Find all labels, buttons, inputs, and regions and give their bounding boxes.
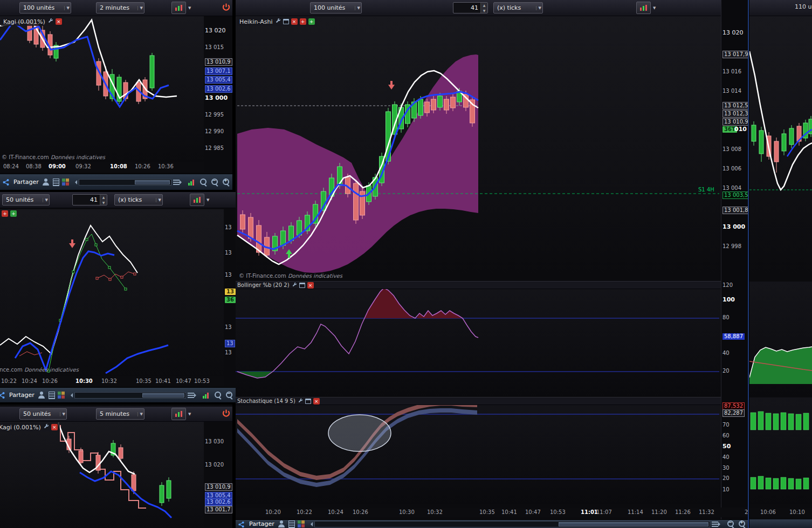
scroll-left-icon[interactable] [73,180,77,184]
timeframe-dropdown[interactable]: 5 minutes ▼ [96,408,144,420]
chevron-down-icon[interactable]: ▼ [653,6,656,10]
auto-fit-icon[interactable] [188,178,196,186]
scroll-right-icon[interactable] [194,393,198,397]
scrollbar-track[interactable] [79,179,171,186]
chart-style-button[interactable] [190,194,204,206]
add-sell-icon[interactable]: + [2,210,8,217]
scrollbar-thumb[interactable] [135,180,170,184]
kagi-chart[interactable] [0,422,204,528]
zoom-out-icon[interactable]: − [225,391,233,399]
auto-fit-icon[interactable] [202,391,211,399]
zoom-out-icon[interactable]: − [726,520,735,528]
window-icon[interactable] [305,399,311,404]
close-icon[interactable]: × [307,282,314,289]
share-button[interactable]: Partager [249,520,274,527]
share-icon[interactable] [0,391,6,399]
chevron-down-icon[interactable]: ▼ [188,6,191,10]
scrollbar-menu-icon[interactable] [188,393,194,398]
share-icon[interactable] [2,178,11,186]
horizontal-scrollbar[interactable] [73,179,184,186]
share-icon[interactable] [238,520,246,528]
add-buy-icon[interactable]: + [10,210,17,217]
ticks-chart[interactable] [0,209,224,376]
disclaimer-text: Données indicatives [51,154,105,160]
close-icon[interactable]: × [291,18,298,25]
price-label: 13 004 [722,185,741,191]
person-icon[interactable] [37,391,46,399]
spinner-up-icon[interactable]: ▲ [481,3,487,8]
close-icon[interactable]: × [313,398,320,404]
right-main-chart[interactable] [749,16,812,275]
person-icon[interactable] [277,520,286,528]
wrench-icon[interactable] [43,423,49,431]
close-icon[interactable]: × [51,424,58,430]
zoom-in-icon[interactable]: + [738,520,746,528]
add-sell-icon[interactable]: + [300,18,306,25]
wrench-icon[interactable] [292,282,297,289]
heikin-ashi-chart[interactable]: S1 4H [236,16,721,275]
window-icon[interactable] [299,283,305,288]
horizontal-scrollbar[interactable] [68,392,198,399]
scroll-right-icon[interactable] [180,180,184,184]
layout-grid-icon[interactable] [62,179,69,186]
chart-style-button[interactable] [636,2,651,14]
scroll-left-icon[interactable] [68,393,73,397]
units-dropdown[interactable]: 100 unités ▼ [19,2,71,13]
units-partial-value[interactable]: 110 u [795,3,811,10]
bottom-toolbar: Partager − + [236,519,748,528]
document-icon[interactable] [49,392,55,399]
share-button[interactable]: Partager [9,392,35,399]
scroll-right-icon[interactable] [718,522,722,526]
zoom-in-icon[interactable]: + [222,178,230,186]
close-icon[interactable]: × [56,18,62,25]
units-dropdown[interactable]: 50 unités ▼ [19,408,67,420]
zoom-reset-icon[interactable] [199,178,208,186]
right-indicator-1-chart[interactable] [749,282,812,396]
bollinger-b-chart[interactable] [236,282,721,396]
document-icon[interactable] [288,520,295,528]
layout-grid-icon[interactable] [58,392,65,399]
horizontal-scrollbar[interactable] [308,520,722,528]
time-label: 11:20 [651,509,667,515]
timeframe-dropdown[interactable]: 2 minutes ▼ [96,2,144,13]
wrench-icon[interactable] [298,398,303,404]
ticks-unit-dropdown[interactable]: (x) ticks ▼ [114,194,163,205]
scrollbar-menu-icon[interactable] [173,180,180,185]
kagi-chart[interactable] [0,16,204,162]
zoom-out-icon[interactable]: − [210,178,219,186]
window-icon[interactable] [283,19,289,24]
share-button[interactable]: Partager [13,179,39,186]
units-dropdown[interactable]: 100 unités ▼ [310,2,362,13]
ticks-stepper[interactable]: 41 ▲▼ [72,194,107,205]
ticks-stepper[interactable]: 41 ▲▼ [453,2,488,13]
scroll-left-icon[interactable] [308,522,313,526]
scrollbar-thumb[interactable] [559,522,708,526]
layout-grid-icon[interactable] [298,520,305,527]
right-indicator-2-chart[interactable] [749,397,812,504]
chart-style-button[interactable] [171,408,186,420]
scrollbar-menu-icon[interactable] [712,522,718,527]
spinner-down-icon[interactable]: ▼ [481,8,487,13]
chevron-down-icon[interactable]: ▼ [207,198,209,202]
chart-style-button[interactable] [171,2,186,14]
scrollbar-track[interactable] [314,521,710,527]
panel-kagi-2min: 100 unités ▼ 2 minutes ▼ ▼ Kagi (0.001%)… [0,0,232,190]
time-label: 11:32 [699,509,714,515]
scrollbar-track[interactable] [74,392,186,399]
document-icon[interactable] [53,179,59,186]
price-label: 13 006 [722,166,741,172]
chevron-down-icon[interactable]: ▼ [188,412,191,416]
add-buy-icon[interactable]: + [308,18,315,25]
wrench-icon[interactable] [47,18,53,25]
scrollbar-thumb[interactable] [142,393,184,397]
time-axis: 10:2010:2210:2410:2610:3010:3210:3510:41… [236,508,748,517]
spinner-down-icon[interactable]: ▼ [100,200,107,205]
ticks-unit-dropdown[interactable]: (x) ticks ▼ [493,2,543,13]
wrench-icon[interactable] [275,18,281,25]
chart-style-icon [192,196,202,204]
units-dropdown[interactable]: 50 unités ▼ [2,194,50,205]
stochastic-chart[interactable] [236,397,721,504]
zoom-fit-icon[interactable] [214,391,222,399]
person-icon[interactable] [42,178,50,186]
spinner-up-icon[interactable]: ▲ [100,195,107,200]
